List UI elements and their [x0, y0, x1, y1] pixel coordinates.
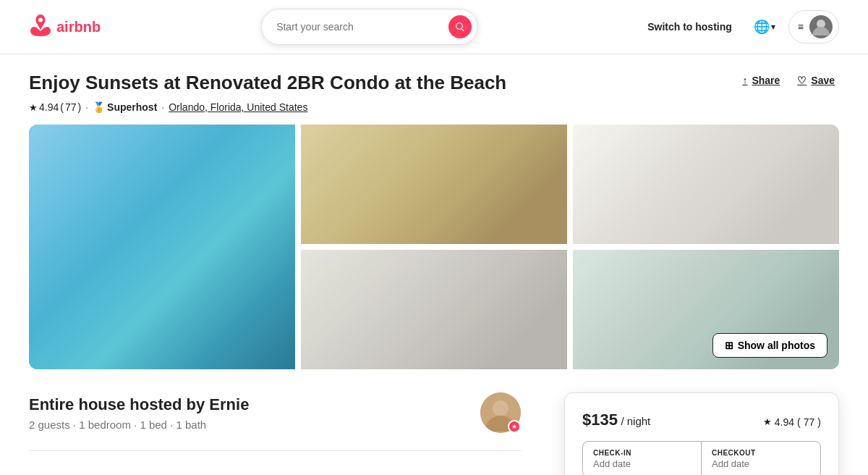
checkout-label: CHECKOUT: [712, 449, 810, 457]
avatar: [809, 15, 833, 38]
main-content: Enjoy Sunsets at Renovated 2BR Condo at …: [0, 54, 868, 475]
show-photos-label: Show all photos: [738, 340, 815, 351]
save-button[interactable]: ♡ Save: [793, 72, 839, 89]
search-bar[interactable]: Start your search: [261, 9, 478, 45]
checkin-label: CHECK-IN: [593, 449, 691, 457]
card-rating-value: 4.94: [775, 416, 794, 428]
header-right: Switch to hosting 🌐 ▾ ≡: [639, 10, 839, 43]
location-link[interactable]: Orlando, Florida, United States: [169, 101, 307, 113]
hamburger-icon: ≡: [798, 21, 804, 33]
share-label: Share: [752, 75, 780, 86]
chevron-down-icon: ▾: [771, 22, 775, 32]
checkout-value: Add date: [712, 458, 810, 469]
review-count-parens: (: [60, 101, 64, 113]
card-star-icon: ★: [763, 416, 772, 427]
per-night: / night: [621, 415, 650, 427]
show-all-photos-button[interactable]: ⊞ Show all photos: [712, 333, 827, 358]
price-container: $135 / night: [582, 411, 650, 429]
host-section: Entire house hosted by Ernie 2 guests · …: [29, 392, 521, 451]
host-superhost-badge: ★: [508, 420, 521, 433]
airbnb-logo-icon: [29, 14, 52, 40]
price-row: $135 / night ★ 4.94 (77): [582, 411, 821, 429]
card-rating: ★ 4.94 (77): [763, 416, 821, 428]
listing-title: Enjoy Sunsets at Renovated 2BR Condo at …: [29, 72, 738, 94]
title-meta: Enjoy Sunsets at Renovated 2BR Condo at …: [29, 72, 738, 125]
host-details: 2 guests · 1 bedroom · 1 bed · 1 bath: [29, 419, 249, 431]
superhost-badge: 🏅 Superhost: [93, 101, 157, 113]
checkout-cell[interactable]: CHECKOUT Add date: [702, 442, 820, 475]
globe-icon: 🌐: [754, 19, 770, 35]
host-badge-icon: ★: [511, 423, 517, 430]
menu-avatar-button[interactable]: ≡: [788, 10, 839, 43]
checkin-value: Add date: [593, 458, 691, 469]
dates-grid: CHECK-IN Add date CHECKOUT Add date: [582, 441, 821, 475]
share-button[interactable]: ↑ Share: [738, 72, 784, 89]
header: airbnb Start your search Switch to hosti…: [0, 0, 868, 54]
review-close: ): [78, 101, 82, 113]
share-icon: ↑: [742, 75, 747, 86]
grid-icon: ⊞: [725, 340, 733, 351]
card-review-count: 77: [804, 416, 815, 428]
search-bar-text: Start your search: [276, 21, 441, 33]
globe-button[interactable]: 🌐 ▾: [748, 13, 781, 41]
host-avatar: ★: [480, 392, 521, 433]
heart-icon: ♡: [797, 75, 807, 86]
card-review-close: ): [817, 416, 821, 428]
logo[interactable]: airbnb: [29, 14, 101, 40]
review-count: 77: [65, 101, 77, 113]
host-title: Entire house hosted by Ernie: [29, 395, 249, 414]
search-button[interactable]: [448, 15, 472, 38]
save-label: Save: [811, 75, 835, 86]
switch-hosting-button[interactable]: Switch to hosting: [639, 15, 741, 38]
title-row: Enjoy Sunsets at Renovated 2BR Condo at …: [29, 72, 839, 125]
logo-text: airbnb: [56, 19, 101, 35]
separator-dot-1: ·: [85, 101, 88, 113]
photo-4[interactable]: [301, 250, 567, 369]
photo-3[interactable]: [573, 125, 839, 244]
booking-card: $135 / night ★ 4.94 (77) CHECK-IN Add da…: [564, 392, 839, 475]
photo-main[interactable]: [29, 125, 295, 369]
separator-dot-2: ·: [161, 101, 164, 113]
listing-meta: ★ 4.94 (77) · 🏅 Superhost · Orlando, Flo…: [29, 101, 738, 113]
rating-value: 4.94: [39, 101, 59, 113]
listing-actions: ↑ Share ♡ Save: [738, 72, 839, 89]
listing-info: Entire house hosted by Ernie 2 guests · …: [29, 392, 521, 475]
card-review-open: (: [797, 416, 801, 428]
price: $135: [582, 411, 618, 429]
superhost-label: Superhost: [107, 101, 157, 113]
svg-point-2: [493, 400, 509, 416]
superhost-icon: 🏅: [93, 101, 105, 113]
photo-2[interactable]: [301, 125, 567, 244]
star-rating: ★ 4.94 (77): [29, 101, 81, 113]
listing-body: Entire house hosted by Ernie 2 guests · …: [29, 392, 839, 475]
photo-grid: ⊞ Show all photos: [29, 125, 839, 369]
checkin-cell[interactable]: CHECK-IN Add date: [583, 442, 702, 475]
host-text: Entire house hosted by Ernie 2 guests · …: [29, 395, 249, 431]
star-icon: ★: [29, 102, 38, 113]
